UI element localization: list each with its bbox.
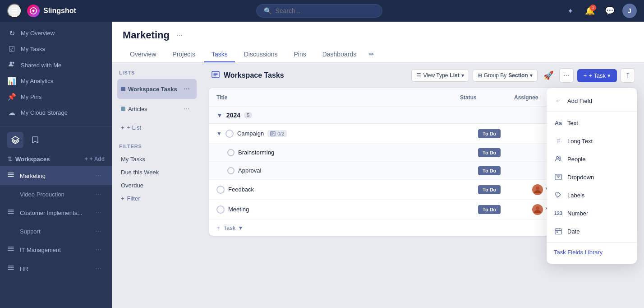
tab-overview[interactable]: Overview <box>123 47 163 62</box>
list-item-articles[interactable]: Articles ··· <box>117 99 197 119</box>
tab-pins[interactable]: Pins <box>286 47 313 62</box>
layers-tab[interactable] <box>7 132 23 148</box>
popup-number[interactable]: 123 Number <box>547 204 637 222</box>
task-status-campaign[interactable]: To Do <box>474 126 529 142</box>
text-icon: Aa <box>554 118 563 127</box>
workspace-item-marketing[interactable]: Marketing ··· <box>0 166 112 185</box>
task-title-meeting[interactable]: Meeting <box>209 201 474 218</box>
add-task-button[interactable]: + + Task ▾ <box>577 69 617 82</box>
popup-add-field[interactable]: ← Add Field <box>547 92 637 110</box>
sub-item-more-button[interactable]: ··· <box>92 188 105 201</box>
popup-dropdown[interactable]: Dropdown <box>547 168 637 186</box>
task-fields-library-link[interactable]: Task Fields Library <box>547 244 637 260</box>
rocket-button[interactable]: 🚀 <box>541 68 556 83</box>
popup-long-text[interactable]: ≡ Long Text <box>547 132 637 150</box>
sidebar-item-label: Shared with Me <box>21 62 61 69</box>
ai-button[interactable]: ✦ <box>563 4 577 18</box>
app-name: Slingshot <box>43 7 76 15</box>
messages-button[interactable]: 💬 <box>603 4 617 18</box>
popup-divider <box>547 242 637 243</box>
subtask-title-brainstorming[interactable]: Brainstorming <box>209 145 474 160</box>
popup-item-label: Add Field <box>567 98 592 104</box>
task-status-meeting[interactable]: To Do <box>474 201 529 218</box>
workspace-sub-video-production[interactable]: Video Production ··· <box>0 185 112 203</box>
subtask-checkbox[interactable] <box>227 149 235 156</box>
workspace-item-customer[interactable]: Customer Implementa... ··· <box>0 203 112 222</box>
task-complete-checkbox[interactable] <box>216 205 225 214</box>
edit-tabs-button[interactable]: ✏ <box>365 47 378 62</box>
tab-tasks[interactable]: Tasks <box>204 47 235 62</box>
task-complete-checkbox[interactable] <box>216 186 225 194</box>
subtask-status[interactable]: To Do <box>474 163 529 179</box>
workspace-more-button[interactable]: ··· <box>92 262 105 275</box>
workspace-more-button[interactable]: ··· <box>92 169 105 182</box>
tab-projects[interactable]: Projects <box>165 47 202 62</box>
workspace-item-hr[interactable]: HR ··· <box>0 259 112 278</box>
col-status: Status <box>456 90 511 105</box>
bookmark-tab[interactable] <box>27 132 43 148</box>
collapse-subtask-icon[interactable]: ▼ <box>216 131 222 137</box>
tab-dashboards[interactable]: Dashboards <box>315 47 364 62</box>
add-list-label: + List <box>127 124 141 131</box>
popup-labels[interactable]: Labels <box>547 186 637 204</box>
filter-button[interactable]: ⊺ <box>621 68 635 83</box>
add-filter-button[interactable]: + Filter <box>117 192 197 205</box>
labels-icon <box>554 191 563 200</box>
subtask-checkbox[interactable] <box>227 167 235 174</box>
sidebar-section-tabs <box>0 128 112 152</box>
filter-due-this-week[interactable]: Due this Week <box>117 166 197 179</box>
popup-divider <box>547 112 637 112</box>
user-avatar[interactable]: J <box>622 4 637 18</box>
add-field-dropdown: ← Add Field Aa Text ≡ Long Text <box>547 88 637 264</box>
add-task-label: + Task <box>589 72 606 79</box>
list-item-more[interactable]: ··· <box>180 83 193 95</box>
list-item-workspace-tasks[interactable]: Workspace Tasks ··· <box>117 79 197 99</box>
subtask-status[interactable]: To Do <box>474 145 529 161</box>
tab-discussions[interactable]: Discussions <box>237 47 285 62</box>
workspace-sub-support[interactable]: Support ··· <box>0 222 112 240</box>
sidebar-item-analytics[interactable]: 📊 My Analytics <box>0 73 112 89</box>
notifications-button[interactable]: 🔔 1 <box>583 4 597 18</box>
sidebar-item-shared-with-me[interactable]: Shared with Me <box>0 57 112 73</box>
popup-people[interactable]: People <box>547 150 637 168</box>
task-complete-checkbox[interactable] <box>225 130 234 138</box>
svg-rect-12 <box>557 232 558 233</box>
add-workspace-button[interactable]: + + Add <box>85 156 105 162</box>
collapse-icon[interactable]: ▼ <box>216 112 223 119</box>
search-input[interactable] <box>275 7 365 14</box>
view-type-button[interactable]: ☰ View Type List ▾ <box>411 69 469 82</box>
task-status-feedback[interactable]: To Do <box>474 182 529 198</box>
group-by-button[interactable]: ⊞ Group By Section ▾ <box>473 69 538 82</box>
workspace-options-button[interactable]: ··· <box>173 29 186 42</box>
sidebar-item-cloud-storage[interactable]: ☁ My Cloud Storage <box>0 105 112 121</box>
popup-date[interactable]: Date <box>547 222 637 240</box>
sub-item-more-button[interactable]: ··· <box>92 225 105 238</box>
people-icon <box>554 154 563 163</box>
add-list-button[interactable]: + + List <box>117 121 197 135</box>
lists-panel: LISTS Workspace Tasks ··· Articles ··· <box>112 63 202 308</box>
chevron-down-icon: ▾ <box>461 72 464 79</box>
back-arrow-icon: ← <box>554 96 563 105</box>
hamburger-button[interactable]: ☰ <box>7 4 22 18</box>
workspace-item-it-management[interactable]: IT Management ··· <box>0 240 112 259</box>
list-item-more[interactable]: ··· <box>180 103 193 115</box>
notification-badge: 1 <box>590 5 596 11</box>
subtask-title-approval[interactable]: Approval <box>209 163 474 178</box>
sidebar-item-pins[interactable]: 📌 My Pins <box>0 89 112 105</box>
popup-text[interactable]: Aa Text <box>547 114 637 132</box>
filter-my-tasks[interactable]: My Tasks <box>117 153 197 166</box>
filter-overdue[interactable]: Overdue <box>117 179 197 192</box>
sidebar-item-label: My Tasks <box>21 46 45 52</box>
svg-point-2 <box>13 62 14 64</box>
search-box[interactable]: 🔍 <box>256 4 382 18</box>
workspace-more-button[interactable]: ··· <box>92 206 105 219</box>
sidebar-item-my-tasks[interactable]: ☑ My Tasks <box>0 41 112 57</box>
workspace-more-button[interactable]: ··· <box>92 243 105 256</box>
task-title-campaign[interactable]: ▼ Campaign 0/2 <box>209 125 474 142</box>
popup-item-label: Number <box>567 210 588 217</box>
svg-point-10 <box>557 194 558 195</box>
more-options-button[interactable]: ··· <box>559 68 574 83</box>
list-item-label: Workspace Tasks <box>128 86 177 93</box>
sidebar-item-my-overview[interactable]: ↻ My Overview <box>0 25 112 41</box>
task-title-feedback[interactable]: Feedback <box>209 181 474 198</box>
